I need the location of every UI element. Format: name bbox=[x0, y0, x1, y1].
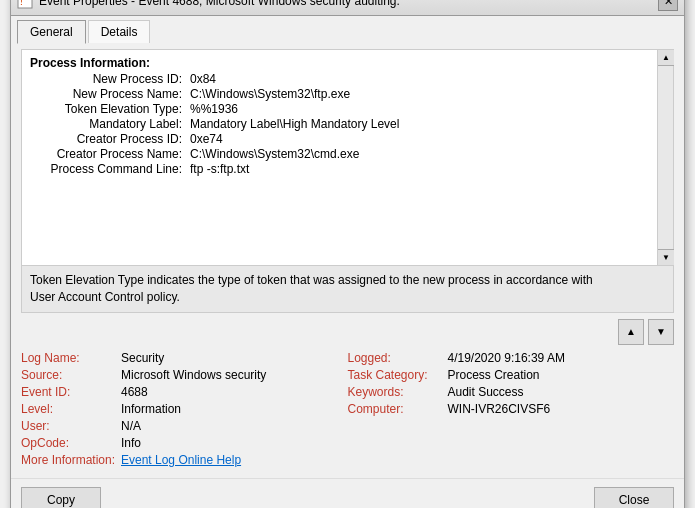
value-creator-process-name: C:\Windows\System32\cmd.exe bbox=[190, 147, 359, 161]
label-token-elevation-type: Token Elevation Type: bbox=[30, 102, 190, 116]
label-process-command-line: Process Command Line: bbox=[30, 162, 190, 176]
value-logged: 4/19/2020 9:16:39 AM bbox=[448, 351, 565, 365]
label-event-id: Event ID: bbox=[21, 385, 121, 399]
label-creator-process-id: Creator Process ID: bbox=[30, 132, 190, 146]
navigation-arrows: ▲ ▼ bbox=[21, 319, 674, 345]
scrollbar[interactable]: ▲ ▼ bbox=[657, 50, 673, 265]
value-computer: WIN-IVR26CIVSF6 bbox=[448, 402, 551, 416]
label-user: User: bbox=[21, 419, 121, 433]
event-properties-dialog: ! Event Properties - Event 4688, Microso… bbox=[10, 0, 685, 508]
meta-opcode: OpCode: Info bbox=[21, 436, 348, 450]
meta-log-name: Log Name: Security bbox=[21, 351, 348, 365]
label-level: Level: bbox=[21, 402, 121, 416]
label-opcode: OpCode: bbox=[21, 436, 121, 450]
meta-more-info: More Information: Event Log Online Help bbox=[21, 453, 348, 467]
more-info-link[interactable]: Event Log Online Help bbox=[121, 453, 241, 467]
value-token-elevation-type: %%1936 bbox=[190, 102, 238, 116]
meta-keywords: Keywords: Audit Success bbox=[348, 385, 675, 399]
label-keywords: Keywords: bbox=[348, 385, 448, 399]
value-creator-process-id: 0xe74 bbox=[190, 132, 223, 146]
event-icon: ! bbox=[17, 0, 33, 9]
field-new-process-name: New Process Name: C:\Windows\System32\ft… bbox=[30, 87, 665, 101]
field-creator-process-id: Creator Process ID: 0xe74 bbox=[30, 132, 665, 146]
value-mandatory-label: Mandatory Label\High Mandatory Level bbox=[190, 117, 399, 131]
field-process-command-line: Process Command Line: ftp -s:ftp.txt bbox=[30, 162, 665, 176]
label-creator-process-name: Creator Process Name: bbox=[30, 147, 190, 161]
label-computer: Computer: bbox=[348, 402, 448, 416]
tab-general[interactable]: General bbox=[17, 20, 86, 44]
metadata-grid: Log Name: Security Source: Microsoft Win… bbox=[21, 351, 674, 470]
meta-computer: Computer: WIN-IVR26CIVSF6 bbox=[348, 402, 675, 416]
section-title: Process Information: bbox=[30, 56, 665, 70]
tabs-bar: General Details bbox=[11, 16, 684, 43]
label-new-process-id: New Process ID: bbox=[30, 72, 190, 86]
event-content-area: Process Information: New Process ID: 0x8… bbox=[21, 49, 674, 313]
copy-button[interactable]: Copy bbox=[21, 487, 101, 508]
value-event-id: 4688 bbox=[121, 385, 148, 399]
label-mandatory-label: Mandatory Label: bbox=[30, 117, 190, 131]
metadata-left: Log Name: Security Source: Microsoft Win… bbox=[21, 351, 348, 470]
label-more-info: More Information: bbox=[21, 453, 121, 467]
prev-event-button[interactable]: ▲ bbox=[618, 319, 644, 345]
field-mandatory-label: Mandatory Label: Mandatory Label\High Ma… bbox=[30, 117, 665, 131]
meta-task-category: Task Category: Process Creation bbox=[348, 368, 675, 382]
dialog-title: Event Properties - Event 4688, Microsoft… bbox=[39, 0, 400, 8]
value-log-name: Security bbox=[121, 351, 164, 365]
meta-source: Source: Microsoft Windows security bbox=[21, 368, 348, 382]
title-bar-left: ! Event Properties - Event 4688, Microso… bbox=[17, 0, 400, 9]
close-button[interactable]: Close bbox=[594, 487, 674, 508]
meta-event-id: Event ID: 4688 bbox=[21, 385, 348, 399]
next-event-button[interactable]: ▼ bbox=[648, 319, 674, 345]
label-logged: Logged: bbox=[348, 351, 448, 365]
dialog-footer: Copy Close bbox=[11, 478, 684, 508]
value-keywords: Audit Success bbox=[448, 385, 524, 399]
scroll-track bbox=[658, 66, 673, 249]
field-new-process-id: New Process ID: 0x84 bbox=[30, 72, 665, 86]
scroll-down-button[interactable]: ▼ bbox=[658, 249, 674, 265]
value-new-process-name: C:\Windows\System32\ftp.exe bbox=[190, 87, 350, 101]
dialog-close-button[interactable]: ✕ bbox=[658, 0, 678, 11]
value-level: Information bbox=[121, 402, 181, 416]
field-creator-process-name: Creator Process Name: C:\Windows\System3… bbox=[30, 147, 665, 161]
value-new-process-id: 0x84 bbox=[190, 72, 216, 86]
event-description: Token Elevation Type indicates the type … bbox=[22, 265, 673, 312]
label-log-name: Log Name: bbox=[21, 351, 121, 365]
value-user: N/A bbox=[121, 419, 141, 433]
metadata-right: Logged: 4/19/2020 9:16:39 AM Task Catego… bbox=[348, 351, 675, 470]
value-task-category: Process Creation bbox=[448, 368, 540, 382]
meta-level: Level: Information bbox=[21, 402, 348, 416]
value-source: Microsoft Windows security bbox=[121, 368, 266, 382]
label-source: Source: bbox=[21, 368, 121, 382]
label-new-process-name: New Process Name: bbox=[30, 87, 190, 101]
metadata-section: Log Name: Security Source: Microsoft Win… bbox=[21, 349, 674, 472]
field-token-elevation-type: Token Elevation Type: %%1936 bbox=[30, 102, 665, 116]
scroll-up-button[interactable]: ▲ bbox=[658, 50, 674, 66]
process-info-section: Process Information: New Process ID: 0x8… bbox=[30, 56, 665, 176]
label-task-category: Task Category: bbox=[348, 368, 448, 382]
svg-text:!: ! bbox=[20, 0, 23, 7]
meta-user: User: N/A bbox=[21, 419, 348, 433]
tab-details[interactable]: Details bbox=[88, 20, 151, 43]
dialog-body: Process Information: New Process ID: 0x8… bbox=[11, 43, 684, 478]
title-bar: ! Event Properties - Event 4688, Microso… bbox=[11, 0, 684, 16]
value-opcode: Info bbox=[121, 436, 141, 450]
value-process-command-line: ftp -s:ftp.txt bbox=[190, 162, 249, 176]
meta-logged: Logged: 4/19/2020 9:16:39 AM bbox=[348, 351, 675, 365]
scroll-content: Process Information: New Process ID: 0x8… bbox=[22, 50, 673, 265]
